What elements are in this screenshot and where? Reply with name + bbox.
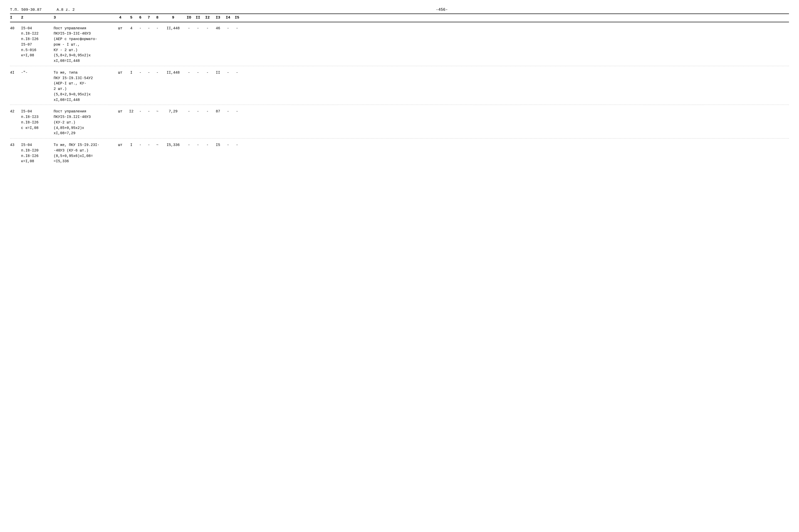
row-1-col-7: - <box>145 26 153 31</box>
col-header-6: 6 <box>136 15 145 21</box>
row-4-col-11: - <box>194 142 202 148</box>
row-1-col-4: шт <box>114 26 127 31</box>
sheet-ref: А.8 z. 2 <box>57 8 75 12</box>
row-4-col-10: - <box>184 142 194 148</box>
row-4-col-6: - <box>136 142 145 148</box>
doc-ref: Т.П. 509-30.87 <box>10 8 41 12</box>
row-4-col-8: ~ <box>153 142 162 148</box>
row-3-col-3: Пост управления ПКУI5-I9.I2I-40УЗ (КУ-2 … <box>54 109 114 136</box>
row-2-col-3: То же, типа ПКУ I5-I9.I3I-54У2 (АЕР-I шт… <box>54 70 114 103</box>
row-3-col-12: - <box>202 109 213 114</box>
row-1-col-12: - <box>202 26 213 31</box>
row-2-col-6: - <box>136 70 145 76</box>
col-header-1: I <box>10 15 21 21</box>
row-3-col-8: ~ <box>153 109 162 114</box>
page-header: Т.П. 509-30.87 А.8 z. 2 -456- <box>10 7 789 12</box>
row-3-col-10: - <box>184 109 194 114</box>
row-1-col-2: I5-04 п.I8-I22 п.I8-I26 I5-07 п.5-016 к=… <box>21 26 54 59</box>
row-2-col-14: - <box>223 70 233 76</box>
row-4-col-1: 43 <box>10 142 21 148</box>
col-header-2: 2 <box>21 15 54 21</box>
row-2-col-15: - <box>233 70 241 76</box>
row-1-col-14: - <box>223 26 233 31</box>
row-3-col-13: 87 <box>213 109 223 114</box>
row-2-col-9: II,448 <box>162 70 184 76</box>
row-4-col-7: - <box>145 142 153 148</box>
row-3-col-1: 42 <box>10 109 21 114</box>
row-2-col-10: - <box>184 70 194 76</box>
row-4-col-15: - <box>233 142 241 148</box>
row-1-col-9: II,448 <box>162 26 184 31</box>
row-divider <box>10 66 789 66</box>
col-header-13: I3 <box>213 15 223 21</box>
row-1-col-8: - <box>153 26 162 31</box>
row-3-col-6: - <box>136 109 145 114</box>
col-header-4: 4 <box>114 15 127 21</box>
row-4-col-2: I5-04 п.I8-I20 п.I8-I26 к=I,08 <box>21 142 54 164</box>
row-4-col-9: I5,336 <box>162 142 184 148</box>
row-2-col-4: шт <box>114 70 127 76</box>
row-4-col-3: То же, ПКУ I5-I9.23I- -40У3 (КУ-6 шт.) (… <box>54 142 114 164</box>
row-1-col-6: - <box>136 26 145 31</box>
row-1-col-15: - <box>233 26 241 31</box>
row-3-col-11: - <box>194 109 202 114</box>
table-row: 4I-"-То же, типа ПКУ I5-I9.I3I-54У2 (АЕР… <box>10 66 789 104</box>
col-header-8: 8 <box>153 15 162 21</box>
column-header-row: I 2 3 4 5 6 7 8 9 IO II I2 I3 I4 I5 <box>10 14 789 22</box>
row-1-col-5: 4 <box>127 26 136 31</box>
row-divider <box>10 138 789 138</box>
row-3-col-5: I2 <box>127 109 136 114</box>
col-header-3: 3 <box>54 15 114 21</box>
col-header-12: I2 <box>202 15 213 21</box>
row-divider <box>10 104 789 105</box>
table-row: 42I5-04 п.I8-I23 п.I8-I26 с к=I,08Пост у… <box>10 106 789 138</box>
row-3-col-14: - <box>223 109 233 114</box>
row-1-col-11: - <box>194 26 202 31</box>
col-header-5: 5 <box>127 15 136 21</box>
row-2-col-7: - <box>145 70 153 76</box>
col-header-10: IO <box>184 15 194 21</box>
row-3-col-15: - <box>233 109 241 114</box>
row-3-col-9: 7,29 <box>162 109 184 114</box>
row-2-col-13: II <box>213 70 223 76</box>
col-header-14: I4 <box>223 15 233 21</box>
row-1-col-3: Пост управления ПКУI5-I9-I3I-40УЗ (АЕР с… <box>54 26 114 64</box>
table-row: 43I5-04 п.I8-I20 п.I8-I26 к=I,08То же, П… <box>10 139 789 166</box>
row-3-col-4: шт <box>114 109 127 114</box>
row-4-col-13: I5 <box>213 142 223 148</box>
row-2-col-12: - <box>202 70 213 76</box>
col-header-11: II <box>194 15 202 21</box>
col-header-7: 7 <box>145 15 153 21</box>
page-number: -456- <box>95 7 789 12</box>
table-row: 40I5-04 п.I8-I22 п.I8-I26 I5-07 п.5-016 … <box>10 22 789 65</box>
row-4-col-5: I <box>127 142 136 148</box>
row-2-col-11: - <box>194 70 202 76</box>
col-header-9: 9 <box>162 15 184 21</box>
row-1-col-1: 40 <box>10 26 21 31</box>
row-4-col-12: - <box>202 142 213 148</box>
row-1-col-13: 46 <box>213 26 223 31</box>
row-2-col-5: I <box>127 70 136 76</box>
table-body: 40I5-04 п.I8-I22 п.I8-I26 I5-07 п.5-016 … <box>10 22 789 166</box>
row-4-col-14: - <box>223 142 233 148</box>
row-4-col-4: шт <box>114 142 127 148</box>
row-2-col-8: - <box>153 70 162 76</box>
row-2-col-1: 4I <box>10 70 21 76</box>
row-1-col-10: - <box>184 26 194 31</box>
row-3-col-2: I5-04 п.I8-I23 п.I8-I26 с к=I,08 <box>21 109 54 131</box>
row-3-col-7: - <box>145 109 153 114</box>
col-header-15: I5 <box>233 15 241 21</box>
row-2-col-2: -"- <box>21 70 54 76</box>
